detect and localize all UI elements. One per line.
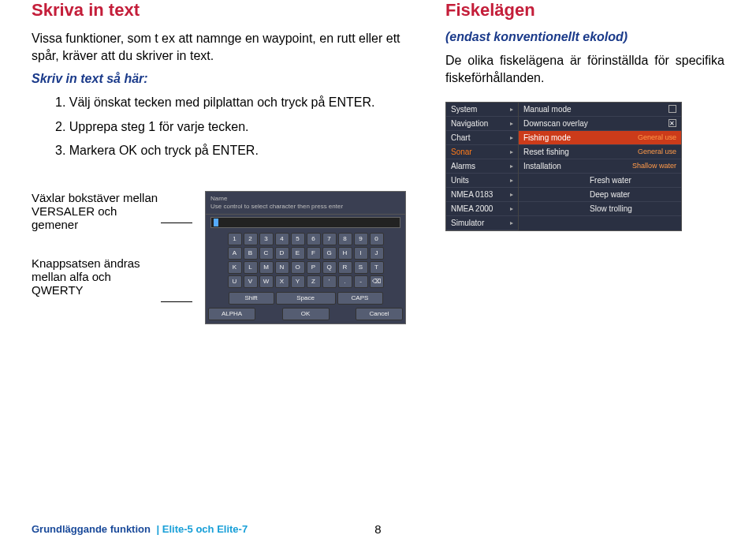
step-3: 3. Markera OK och tryck på ENTER. — [55, 142, 406, 159]
kb-key: P — [307, 261, 321, 274]
kb-bottom-key: ALPHA — [208, 308, 255, 320]
kb-key: B — [244, 247, 258, 260]
menu-item: Units▸ — [446, 174, 518, 188]
kb-key: ' — [322, 275, 337, 288]
footer-model: | Elite-5 och Elite-7 — [154, 523, 248, 535]
footer-section: Grundläggande funktion — [32, 523, 151, 535]
connector-line — [161, 223, 192, 223]
subhead-ekolod: (endast konventionellt ekolod) — [445, 30, 724, 44]
kb-key: I — [354, 247, 368, 260]
kb-key: J — [370, 247, 384, 260]
kb-key: O — [291, 261, 305, 274]
kb-hint: Use control to select character then pre… — [210, 203, 400, 211]
kb-key: . — [338, 275, 352, 288]
kb-key: X — [275, 275, 289, 288]
kb-key: Z — [307, 275, 321, 288]
menu-item: Reset fishingGeneral use — [519, 145, 681, 159]
kb-cursor — [214, 219, 218, 226]
kb-key: 6 — [307, 233, 321, 245]
kb-key: 5 — [291, 233, 305, 245]
menu-item: Slow trolling — [519, 202, 681, 216]
label-caps: Växlar bokstäver mellan VERSALER och gem… — [32, 191, 166, 231]
kb-key: R — [338, 261, 352, 274]
menu-item: Navigation▸ — [446, 117, 518, 131]
menu-item: Deep water — [519, 188, 681, 202]
menu-item: NMEA 2000▸ — [446, 202, 518, 216]
kb-key: CAPS — [337, 292, 383, 305]
kb-key: U — [228, 275, 242, 288]
kb-key: 2 — [244, 233, 258, 245]
kb-key: Shift — [229, 292, 274, 305]
menu-item: InstallationShallow water — [519, 159, 681, 174]
menu-item: Fishing modeGeneral use — [519, 131, 681, 145]
menu-item: Downscan overlay — [519, 117, 681, 131]
page-number: 8 — [374, 522, 381, 536]
kb-key: Y — [291, 275, 305, 288]
step-2: 2. Upprepa steg 1 för varje tecken. — [55, 118, 406, 136]
kb-key: 4 — [275, 233, 289, 245]
menu-screenshot: System▸Navigation▸Chart▸Sonar▸Alarms▸Uni… — [445, 102, 682, 231]
menu-item: Simulator▸ — [446, 216, 518, 230]
kb-key: 3 — [259, 233, 274, 245]
menu-item: Fresh water — [519, 174, 681, 188]
menu-item: Manual mode — [519, 103, 681, 117]
kb-key: D — [275, 247, 289, 260]
kb-key: H — [338, 247, 352, 260]
kb-key: - — [354, 275, 368, 288]
menu-item: Sonar▸ — [446, 145, 518, 159]
heading-skriva: Skriva in text — [32, 0, 406, 21]
kb-bottom-key: OK — [282, 308, 330, 320]
kb-key: K — [228, 261, 242, 274]
kb-title: Name — [210, 195, 400, 203]
step-1: 1. Välj önskat tecken med pilplattan och… — [55, 94, 406, 111]
kb-key: S — [354, 261, 368, 274]
kb-key: 0 — [370, 233, 384, 245]
kb-key: Space — [276, 292, 336, 305]
kb-key: ⌫ — [370, 275, 384, 288]
menu-item: Chart▸ — [446, 131, 518, 145]
kb-key: V — [244, 275, 258, 288]
body-fiskelagen: De olika fiskelägena är förinställda för… — [445, 52, 724, 88]
kb-key: L — [244, 261, 258, 274]
kb-key: W — [259, 275, 274, 288]
kb-key: 1 — [228, 233, 242, 245]
kb-bottom-key: Cancel — [356, 308, 403, 320]
label-qwerty: Knappsatsen ändras mellan alfa och QWERT… — [32, 256, 166, 297]
subhead-skriv: Skriv in text så här: — [32, 72, 406, 86]
keyboard-screenshot: Name Use control to select character the… — [205, 191, 406, 323]
kb-key: 9 — [354, 233, 368, 245]
page-footer: Grundläggande funktion | Elite-5 och Eli… — [32, 523, 724, 535]
kb-key: F — [307, 247, 321, 260]
menu-item: Alarms▸ — [446, 159, 518, 174]
kb-key: 8 — [338, 233, 352, 245]
kb-key: Q — [322, 261, 337, 274]
intro-text: Vissa funktioner, som t ex att namnge en… — [32, 30, 406, 64]
kb-key: G — [322, 247, 337, 260]
kb-key: N — [275, 261, 289, 274]
menu-item: NMEA 0183▸ — [446, 188, 518, 202]
kb-key: E — [291, 247, 305, 260]
kb-key: C — [259, 247, 274, 260]
menu-item: System▸ — [446, 103, 518, 117]
kb-key: T — [370, 261, 384, 274]
connector-line — [161, 301, 192, 302]
kb-key: M — [259, 261, 274, 274]
kb-key: 7 — [322, 233, 337, 245]
kb-key: A — [228, 247, 242, 260]
heading-fiskelagen: Fiskelägen — [445, 0, 724, 21]
